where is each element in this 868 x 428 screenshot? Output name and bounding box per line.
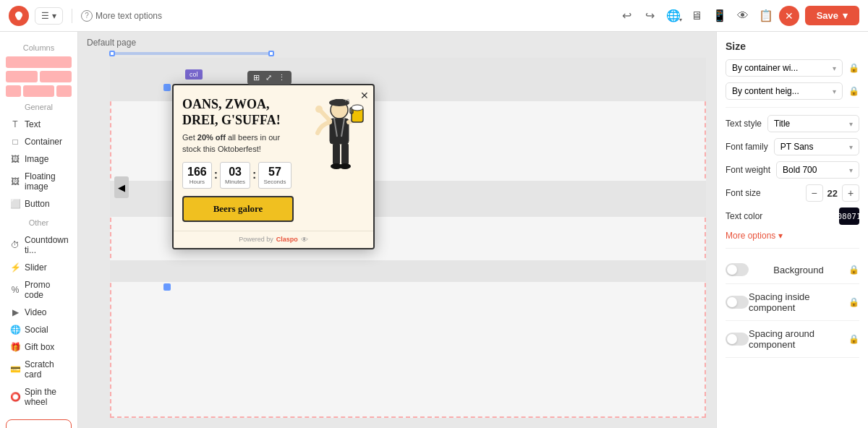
svg-point-12 (315, 106, 323, 113)
countdown-seconds: 57 Seconds (258, 162, 291, 189)
columns-grid (6, 56, 72, 97)
text-color-label: Text color (726, 211, 762, 221)
font-family-row: Font family PT Sans ▾ (726, 138, 859, 155)
svg-rect-4 (330, 119, 349, 144)
font-size-decrease[interactable]: − (806, 184, 823, 202)
font-family-label: Font family (726, 142, 768, 152)
font-weight-select[interactable]: Bold 700 ▾ (776, 161, 859, 179)
save-chevron-icon: ▾ (843, 10, 848, 21)
spacing-around-toggle[interactable] (726, 333, 749, 346)
menu-button[interactable]: ☰ ▾ (35, 7, 63, 25)
countdown-hours: 166 Hours (182, 162, 212, 189)
popup-footer: Powered by Claspo 👁 (174, 231, 373, 248)
sidebar-item-scratch-card[interactable]: 💳 Scratch card (6, 356, 72, 383)
popup-toolbar: ⊞ ⤢ ⋮ (247, 71, 292, 85)
redo-icon[interactable]: ↪ (643, 9, 658, 23)
video-icon: ▶ (10, 307, 20, 317)
lock-icon4[interactable]: 🔒 (848, 297, 859, 307)
svg-point-11 (339, 163, 351, 169)
size-row1: By container wi... ▾ 🔒 (726, 59, 859, 77)
columns-section-title: Columns (6, 43, 72, 52)
countdown-sep2: : (252, 168, 256, 181)
request-component-button[interactable]: ⊕ Request a component (6, 419, 72, 428)
chevron-down-icon6: ▾ (778, 231, 783, 241)
popup-subtitle: Get 20% off all beers in our stock this … (182, 132, 294, 155)
text-style-label: Text style (726, 119, 762, 129)
popup-text-area: OANS, ZWOA, DREI, G'SUFFA! Get 20% off a… (182, 97, 294, 222)
sidebar-item-promo-code[interactable]: % Promo code (6, 276, 72, 304)
undo-icon[interactable]: ↩ (620, 9, 634, 23)
popup-illustration (299, 97, 365, 191)
toggle-knob2 (727, 297, 737, 307)
more-options-button[interactable]: More options ▾ (726, 231, 859, 241)
more-text-options-button[interactable]: ? More text options (81, 10, 162, 22)
sidebar-item-video[interactable]: ▶ Video (6, 304, 72, 321)
topbar: ☰ ▾ ? More text options ↩ ↪ 🌐▾ 🖥 📱 👁 📋 ✕… (0, 0, 868, 32)
text-style-select[interactable]: Title ▾ (767, 115, 859, 132)
sidebar-item-image[interactable]: 🖼 Image (6, 150, 72, 168)
powered-brand: Claspo (276, 236, 298, 243)
lock-icon2[interactable]: 🔒 (848, 86, 859, 96)
spacing-inside-row: Spacing inside component 🔒 (726, 284, 859, 321)
spacing-around-row: Spacing around component 🔒 (726, 321, 859, 358)
slider-icon: ⚡ (10, 262, 20, 273)
background-label: Background (773, 265, 823, 275)
sidebar-item-social[interactable]: 🌐 Social (6, 321, 72, 338)
divider2 (726, 248, 859, 249)
right-panel: Size By container wi... ▾ 🔒 By content h… (716, 32, 868, 428)
save-button[interactable]: Save ▾ (805, 6, 859, 25)
popup-component: ✕ OANS, ZWOA, DREI, G'SUFFA! Get 20% off… (172, 84, 375, 249)
close-button[interactable]: ✕ (779, 6, 799, 26)
sidebar-item-slider[interactable]: ⚡ Slider (6, 259, 72, 276)
font-weight-label: Font weight (726, 165, 770, 175)
font-family-select[interactable]: PT Sans ▾ (774, 138, 859, 155)
scratch-icon: 💳 (10, 364, 20, 374)
font-size-increase[interactable]: + (842, 184, 859, 202)
countdown-sep1: : (214, 168, 218, 181)
image-icon: 🖼 (10, 154, 20, 164)
globe-icon[interactable]: 🌐▾ (666, 9, 681, 23)
lock-icon3[interactable]: 🔒 (848, 265, 859, 275)
toggle-knob3 (727, 334, 737, 344)
sidebar-item-gift-box[interactable]: 🎁 Gift box (6, 338, 72, 356)
color-swatch[interactable]: #080717 (839, 207, 859, 225)
font-size-label: Font size (726, 188, 761, 198)
left-nav-arrow[interactable]: ◀ (114, 176, 129, 198)
chevron-down-icon5: ▾ (849, 166, 853, 174)
lock-icon5[interactable]: 🔒 (848, 334, 859, 344)
layers-icon[interactable]: 📋 (759, 9, 773, 23)
size-select2[interactable]: By content heig... ▾ (726, 82, 843, 100)
popup-image-area (299, 97, 365, 222)
sidebar-item-button[interactable]: ⬜ Button (6, 195, 72, 213)
sidebar-item-text[interactable]: T Text (6, 116, 72, 133)
font-size-value: 22 (827, 188, 838, 199)
toggle-knob (727, 265, 737, 275)
sidebar-item-container[interactable]: □ Container (6, 133, 72, 150)
preview-icon[interactable]: 👁 (736, 9, 750, 23)
size-select1[interactable]: By container wi... ▾ (726, 59, 843, 77)
tablet-icon[interactable]: 📱 (712, 9, 727, 23)
sidebar-item-countdown[interactable]: ⏱ Countdown ti... (6, 231, 72, 259)
svg-point-7 (352, 105, 363, 111)
spacing-inside-toggle[interactable] (726, 296, 749, 309)
background-row: Background 🔒 (726, 256, 859, 284)
left-handle-bottom[interactable] (163, 283, 171, 291)
toolbar-move-icon[interactable]: ⤢ (265, 73, 272, 82)
chevron-down-icon4: ▾ (849, 143, 853, 151)
toolbar-more-icon[interactable]: ⋮ (278, 73, 286, 82)
button-icon: ⬜ (10, 199, 20, 209)
other-section-title: Other (6, 218, 72, 227)
background-toggle[interactable] (726, 263, 749, 276)
countdown-minutes: 03 Minutes (220, 162, 250, 189)
lock-icon1[interactable]: 🔒 (848, 63, 859, 73)
canvas-area[interactable]: Default page col ⊞ ⤢ ⋮ ✕ (78, 32, 716, 428)
toolbar-align-icon[interactable]: ⊞ (253, 73, 260, 82)
left-handle[interactable] (163, 84, 171, 91)
cta-button[interactable]: Beers galore (182, 196, 294, 222)
desktop-icon[interactable]: 🖥 (689, 9, 704, 23)
sidebar-item-spin-wheel[interactable]: ⭕ Spin the wheel (6, 383, 72, 411)
popup-close-button[interactable]: ✕ (360, 90, 369, 101)
divider1 (726, 107, 859, 108)
container-icon: □ (10, 137, 20, 147)
sidebar-item-floating-image[interactable]: 🖼 Floating image (6, 168, 72, 195)
